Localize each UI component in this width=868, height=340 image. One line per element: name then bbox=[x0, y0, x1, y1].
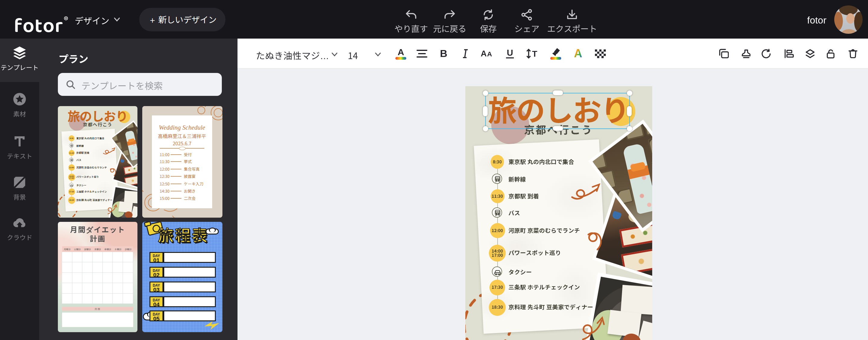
svg-text:T: T bbox=[532, 49, 537, 59]
svg-text:A: A bbox=[487, 50, 492, 58]
svg-text:A: A bbox=[397, 47, 404, 57]
svg-text:A: A bbox=[574, 47, 582, 60]
svg-text:B: B bbox=[440, 48, 447, 59]
svg-text:U: U bbox=[507, 48, 513, 58]
svg-text:A: A bbox=[481, 49, 487, 58]
